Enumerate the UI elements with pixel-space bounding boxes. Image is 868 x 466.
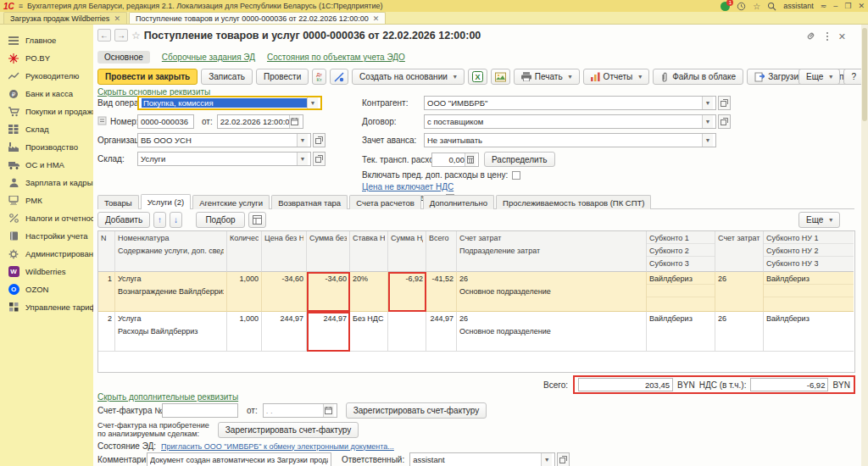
move-down-button[interactable]: ↓ — [170, 212, 182, 228]
contractor-field[interactable]: ООО "ИМВБРБ" ▼ — [424, 96, 716, 110]
close-tab-icon[interactable]: ✕ — [114, 14, 120, 23]
history-icon[interactable] — [737, 2, 746, 11]
number-lock-icon[interactable] — [97, 116, 107, 127]
register-purchase-invoice-button[interactable]: Зарегистрировать счет-фактуру — [218, 422, 359, 438]
pick-button[interactable]: Подбор — [196, 212, 245, 228]
highlighted-amount-cell[interactable]: 244,97 — [307, 312, 350, 352]
current-user[interactable]: assistant — [783, 2, 814, 10]
calendar-icon[interactable] — [323, 404, 334, 417]
vat-total-field[interactable]: -6,92 — [750, 378, 828, 391]
scrollbar-thumb[interactable] — [862, 28, 867, 121]
main-menu-icon[interactable]: ≡ — [19, 2, 23, 10]
sidebar-item-accounting-settings[interactable]: Настройки учета — [0, 227, 93, 245]
chevron-down-icon[interactable]: ▼ — [702, 134, 713, 147]
sidebar-item-purchases-sales[interactable]: Покупки и продажи — [0, 103, 93, 120]
services-table[interactable]: N НоменклатураСодержание услуги, доп. св… — [97, 230, 855, 373]
open-warehouse-icon[interactable] — [313, 152, 326, 166]
tab-assembly-tasks[interactable]: Сборочные задания ЭД — [162, 53, 255, 62]
open-contract-icon[interactable] — [718, 114, 731, 129]
excel-export-button[interactable]: X — [468, 69, 487, 85]
load-image-button[interactable] — [491, 69, 510, 85]
tab-agent-services[interactable]: Агентские услуги — [192, 195, 270, 209]
sidebar-item-manager[interactable]: Руководителю — [0, 67, 93, 85]
highlighted-vat-cell[interactable]: -6,92 — [388, 272, 426, 312]
chevron-down-icon[interactable]: ▼ — [702, 97, 713, 109]
open-contractor-icon[interactable] — [718, 96, 731, 110]
advance-field[interactable]: Не зачитывать ▼ — [424, 133, 716, 147]
chevron-down-icon[interactable]: ▼ — [297, 153, 308, 165]
include-expenses-checkbox[interactable] — [512, 171, 520, 180]
close-document-icon[interactable]: ✕ — [838, 31, 846, 42]
sidebar-item-fixed-assets[interactable]: ОС и НМА — [0, 156, 93, 174]
maximize-button[interactable]: ❐ — [844, 2, 851, 10]
close-window-button[interactable]: ✕ — [858, 2, 865, 10]
service-menu-icon[interactable]: ≂ — [821, 2, 827, 10]
get-link-icon[interactable] — [806, 31, 816, 42]
table-row[interactable]: 2 УслугаРасходы Вайлдберриз 1,000 244,97… — [98, 312, 854, 352]
sidebar-item-bank-cash[interactable]: ₽ Банк и касса — [0, 85, 93, 103]
sidebar-item-salary-hr[interactable]: Зарплата и кадры — [0, 174, 93, 191]
invite-edo-link[interactable]: Пригласить ООО "ИМВБРБ" к обмену электро… — [161, 442, 394, 451]
print-button[interactable]: Печать — [514, 69, 580, 85]
search-icon[interactable] — [767, 2, 776, 11]
transport-costs-field[interactable]: 0,00 — [431, 153, 479, 167]
sidebar-item-taxes[interactable]: Налоги и отчетность — [0, 209, 93, 227]
notifications-icon[interactable]: 1 — [721, 2, 730, 11]
calculator-icon[interactable] — [465, 153, 476, 166]
sidebar-item-production[interactable]: Производство — [0, 138, 93, 156]
distribute-button[interactable]: Распределить — [484, 152, 555, 167]
create-based-on-button[interactable]: Создать на основании — [352, 69, 465, 85]
calendar-icon[interactable] — [289, 115, 300, 128]
comment-field[interactable]: Документ создан автоматически из Загрузк… — [147, 452, 331, 466]
post-button[interactable]: Провести — [256, 69, 309, 85]
warehouse-field[interactable]: Услуги ▼ — [137, 152, 311, 166]
sidebar-item-rmk[interactable]: РМК — [0, 191, 93, 209]
check-document-button[interactable] — [330, 69, 348, 85]
more-menu-icon[interactable] — [826, 32, 828, 41]
tab-wildberries-upload[interactable]: Загрузка продаж Wildberries ✕ — [3, 12, 127, 24]
forward-button[interactable]: → — [114, 29, 128, 42]
tab-additional[interactable]: Дополнительно — [423, 195, 494, 209]
minimize-button[interactable]: – — [833, 2, 837, 10]
favorites-icon[interactable]: ☆ — [753, 2, 760, 11]
cloud-files-button[interactable]: Файлы в облаке — [653, 69, 743, 85]
responsible-field[interactable]: assistant ▼ — [409, 452, 555, 466]
tab-settlement-accounts[interactable]: Счета расчетов — [349, 195, 421, 209]
tab-returnable-packaging[interactable]: Возвратная тара — [271, 195, 348, 209]
total-amount-field[interactable]: 203,45 — [578, 378, 673, 391]
highlighted-amount-cell[interactable]: -34,60 — [307, 272, 350, 312]
table-more-button[interactable]: Еще — [798, 212, 840, 228]
tab-goods-receipt[interactable]: Поступление товаров и услуг 0000-000036 … — [129, 12, 386, 24]
chevron-down-icon[interactable]: ▼ — [307, 97, 318, 108]
contract-field[interactable]: с поставщиком ▼ — [424, 114, 716, 129]
open-responsible-icon[interactable] — [557, 452, 570, 466]
tab-services[interactable]: Услуги (2) — [141, 194, 191, 209]
price-no-vat-link[interactable]: Цена не включает НДС — [362, 182, 453, 191]
tab-edo-states[interactable]: Состояния по объектам учета ЭДО — [267, 53, 405, 62]
tab-goods[interactable]: Товары — [97, 195, 139, 209]
sidebar-item-warehouse[interactable]: Склад — [0, 120, 93, 138]
reports-button[interactable]: Отчеты — [583, 69, 650, 85]
vertical-scrollbar[interactable] — [861, 25, 868, 466]
open-organization-icon[interactable] — [313, 133, 326, 147]
sidebar-item-poby[interactable]: PO.BY — [0, 49, 93, 67]
show-totals-button[interactable] — [248, 212, 266, 228]
sidebar-item-tariff[interactable]: Управление тарифом — [0, 298, 93, 316]
back-button[interactable]: ← — [97, 29, 111, 42]
post-and-close-button[interactable]: Провести и закрыть — [97, 69, 198, 85]
form-more-button[interactable]: Еще — [798, 69, 840, 85]
register-invoice-button[interactable]: Зарегистрировать счет-фактуру — [346, 402, 487, 419]
add-row-button[interactable]: Добавить — [97, 212, 150, 228]
chevron-down-icon[interactable]: ▼ — [541, 453, 552, 466]
move-up-button[interactable]: ↑ — [153, 212, 166, 228]
tab-traceability[interactable]: Прослеживаемость товаров (ПК СПТ) — [496, 195, 651, 209]
show-postings-button[interactable]: ДтКт — [312, 69, 326, 85]
tab-osnovnoe[interactable]: Основное — [97, 51, 150, 64]
table-row[interactable]: 1 УслугаВознаграждение Вайлдберриз 1,000… — [98, 272, 854, 312]
sidebar-item-administration[interactable]: Администрирование — [0, 245, 93, 263]
chevron-down-icon[interactable]: ▼ — [297, 134, 308, 147]
close-tab-icon[interactable]: ✕ — [373, 14, 380, 23]
write-button[interactable]: Записать — [201, 69, 253, 85]
organization-field[interactable]: ВБ ООО УСН ▼ — [137, 133, 311, 147]
invoice-date-field[interactable]: . . — [263, 403, 337, 418]
